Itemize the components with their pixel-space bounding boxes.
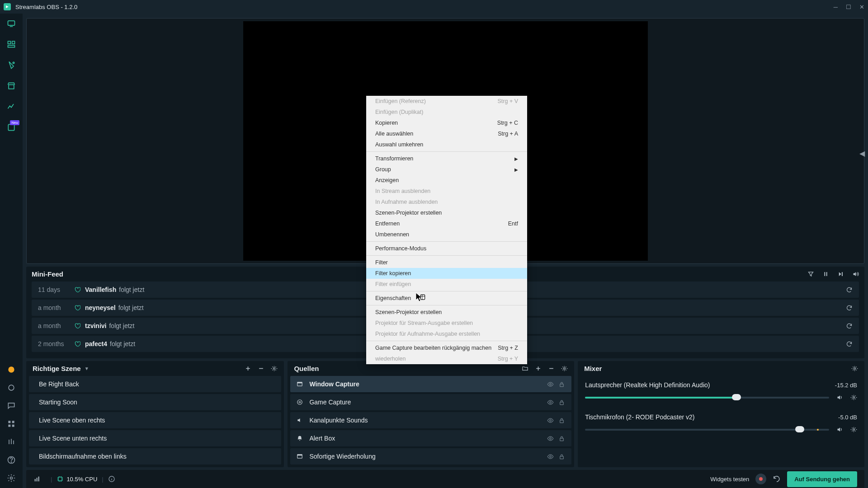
source-item[interactable]: Sofortige Wiederholung	[290, 448, 571, 465]
lock-icon[interactable]	[558, 435, 565, 442]
lock-icon[interactable]	[558, 417, 565, 424]
maximize-button[interactable]: ☐	[846, 4, 851, 10]
pause-icon[interactable]	[822, 271, 829, 277]
context-menu-item[interactable]: Szenen-Projektor erstellen	[366, 307, 527, 318]
help-icon[interactable]	[7, 455, 16, 465]
store-icon[interactable]	[7, 81, 16, 90]
mixer-slider-thumb[interactable]	[795, 426, 804, 432]
refresh-icon[interactable]	[846, 341, 853, 347]
context-menu-label: Projektor für Stream-Ausgabe erstellen	[375, 320, 473, 326]
context-menu-item[interactable]: Anzeigen	[366, 175, 527, 186]
bell-icon	[297, 435, 303, 441]
channel-settings-icon[interactable]	[850, 426, 857, 433]
themes-icon[interactable]	[7, 61, 16, 70]
context-menu-item[interactable]: Szenen-Projektor erstellen	[366, 207, 527, 218]
context-menu-item[interactable]: Performance-Modus	[366, 243, 527, 254]
lock-icon[interactable]	[558, 453, 565, 460]
expand-arrow-icon[interactable]: ◀	[859, 149, 865, 158]
source-item[interactable]: Window Capture	[290, 376, 571, 392]
add-folder-icon[interactable]	[522, 365, 528, 372]
context-menu-item[interactable]: Group▶	[366, 164, 527, 175]
shortcut-label: Strg + C	[497, 120, 518, 126]
context-menu-item[interactable]: Eigenschaften	[366, 293, 527, 304]
record-status-icon[interactable]	[7, 383, 16, 392]
mute-icon[interactable]	[836, 394, 843, 401]
prime-icon[interactable]	[7, 365, 16, 374]
feed-username: tzvinivi	[85, 322, 106, 329]
visibility-icon[interactable]	[547, 435, 554, 442]
context-menu-item[interactable]: Transformieren▶	[366, 153, 527, 164]
refresh-icon[interactable]	[846, 323, 853, 329]
dashboard-icon[interactable]	[7, 102, 16, 111]
mixer-slider-track[interactable]	[585, 429, 829, 431]
lock-icon[interactable]	[558, 399, 565, 406]
editor-icon[interactable]	[7, 19, 16, 28]
source-name: Window Capture	[309, 380, 547, 388]
scene-item[interactable]: Live Scene unten rechts	[29, 430, 281, 446]
context-menu-label: wiederholen	[375, 356, 406, 362]
skip-icon[interactable]	[837, 271, 844, 277]
close-button[interactable]: ✕	[859, 4, 864, 10]
feed-time: 2 months	[38, 340, 74, 347]
add-source-icon[interactable]	[535, 365, 542, 372]
context-menu-item[interactable]: Game Capture bearbeiten rückgängig mache…	[366, 343, 527, 353]
visibility-icon[interactable]	[547, 417, 554, 424]
context-menu-item[interactable]: Filter	[366, 257, 527, 268]
svg-point-37	[853, 397, 855, 399]
settings-icon[interactable]	[7, 474, 16, 483]
refresh-icon[interactable]	[846, 286, 853, 293]
mixer-slider-thumb[interactable]	[732, 394, 741, 400]
scene-item[interactable]: Starting Soon	[29, 394, 281, 410]
volume-icon[interactable]	[852, 271, 859, 277]
info-icon[interactable]	[108, 475, 115, 483]
mute-icon[interactable]	[836, 426, 843, 433]
source-settings-icon[interactable]	[561, 365, 568, 372]
grid-icon[interactable]	[7, 419, 16, 428]
svg-rect-5	[9, 85, 14, 89]
context-menu-item[interactable]: Filter kopieren	[366, 268, 527, 279]
remove-scene-icon[interactable]	[258, 365, 264, 372]
record-button[interactable]	[755, 474, 766, 484]
scene-settings-icon[interactable]	[271, 365, 278, 372]
source-item[interactable]: Kanalpunkte Sounds	[290, 412, 571, 428]
visibility-icon[interactable]	[547, 399, 554, 406]
source-item[interactable]: Alert Box	[290, 430, 571, 446]
lock-icon[interactable]	[558, 381, 565, 388]
revert-icon[interactable]	[773, 475, 781, 483]
channel-settings-icon[interactable]	[850, 394, 857, 401]
mixer-slider-track[interactable]	[585, 397, 829, 399]
svg-point-34	[550, 455, 552, 457]
context-menu-item[interactable]: KopierenStrg + C	[366, 117, 527, 128]
apps-icon[interactable]: Neu	[7, 123, 16, 132]
visibility-icon[interactable]	[547, 453, 554, 460]
context-menu-item[interactable]: EntfernenEntf	[366, 218, 527, 229]
bars-icon[interactable]	[7, 437, 16, 446]
mixer-settings-icon[interactable]	[851, 365, 858, 372]
stats-icon[interactable]	[33, 475, 41, 483]
minimize-button[interactable]: ─	[834, 4, 838, 10]
mixer-channel: Tischmikrofon (2- RODE Podcaster v2) -5.…	[578, 408, 864, 440]
refresh-icon[interactable]	[846, 305, 853, 311]
scenes-dropdown-icon[interactable]: ▾	[85, 366, 88, 371]
go-live-button[interactable]: Auf Sendung gehen	[787, 471, 857, 487]
chat-icon[interactable]	[7, 401, 16, 410]
source-name: Kanalpunkte Sounds	[309, 417, 547, 424]
test-widgets-button[interactable]: Widgets testen	[710, 476, 749, 483]
context-menu-item[interactable]: Umbenennen	[366, 229, 527, 240]
add-scene-icon[interactable]	[245, 365, 251, 372]
source-item[interactable]: Game Capture	[290, 394, 571, 410]
shortcut-label: Entf	[508, 221, 518, 227]
scene-item[interactable]: Live Scene oben rechts	[29, 412, 281, 428]
scene-item[interactable]: Bildschirmaufnahme oben links	[29, 448, 281, 465]
layout-icon[interactable]	[7, 40, 16, 49]
filter-icon[interactable]	[807, 271, 814, 277]
context-menu-item[interactable]: Auswahl umkehren	[366, 139, 527, 150]
scene-item[interactable]: Be Right Back	[29, 376, 281, 392]
remove-source-icon[interactable]	[548, 365, 555, 372]
visibility-icon[interactable]	[547, 381, 554, 388]
context-menu-label: Performance-Modus	[375, 245, 426, 252]
context-menu[interactable]: Einfügen (Referenz)Strg + VEinfügen (Dup…	[366, 96, 527, 364]
svg-rect-40	[37, 478, 38, 481]
sources-title: Quellen	[294, 365, 319, 372]
context-menu-item[interactable]: Alle auswählenStrg + A	[366, 128, 527, 139]
